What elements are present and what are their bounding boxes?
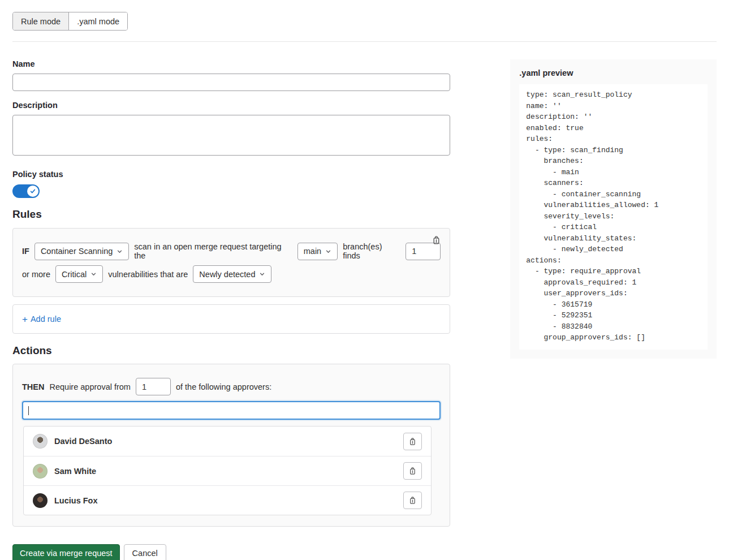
- create-via-merge-request-button[interactable]: Create via merge request: [12, 544, 120, 560]
- remove-approver-button[interactable]: [403, 433, 422, 450]
- scan-text: scan in an open merge request targeting …: [134, 242, 292, 260]
- description-label: Description: [12, 101, 450, 110]
- vulnerabilities-text: vulnerabilities that are: [108, 270, 188, 279]
- rule-row-2: or more Critical vulnerabilities that ar…: [22, 265, 441, 283]
- trash-icon: [408, 437, 417, 446]
- approvers-text: of the following approvers:: [176, 382, 271, 391]
- toggle-thumb: [27, 186, 38, 197]
- branch-select[interactable]: main: [297, 243, 338, 260]
- main-content: Name Description Policy status Rules: [0, 59, 729, 527]
- cancel-button[interactable]: Cancel: [124, 544, 166, 560]
- approvals-required-input[interactable]: [136, 378, 171, 395]
- approver-name: David DeSanto: [54, 437, 112, 446]
- check-icon: [29, 188, 36, 195]
- chevron-down-icon: [325, 248, 331, 255]
- chevron-down-icon: [117, 248, 123, 255]
- approver-row: David DeSanto: [24, 427, 431, 456]
- mode-tabs-bar: Rule mode .yaml mode: [0, 0, 729, 31]
- trash-icon: [408, 467, 417, 475]
- chevron-down-icon: [259, 271, 265, 277]
- rule-row-1: IF Container Scanning scan in an open me…: [22, 242, 441, 260]
- severity-select[interactable]: Critical: [55, 265, 103, 283]
- then-keyword: THEN: [22, 382, 44, 391]
- rule-card: IF Container Scanning scan in an open me…: [12, 228, 450, 297]
- scanner-select[interactable]: Container Scanning: [34, 243, 129, 260]
- if-keyword: IF: [22, 247, 29, 256]
- approver-row: Sam White: [24, 456, 431, 485]
- policy-status-toggle[interactable]: [12, 184, 40, 198]
- severity-select-value: Critical: [62, 270, 87, 279]
- trash-icon: [408, 496, 417, 505]
- policy-form: Name Description Policy status Rules: [12, 59, 450, 527]
- remove-approver-button[interactable]: [403, 492, 422, 509]
- require-approval-text: Require approval from: [49, 382, 130, 391]
- avatar: [33, 434, 48, 449]
- mode-segmented-control: Rule mode .yaml mode: [12, 12, 128, 31]
- branch-select-value: main: [304, 247, 321, 256]
- policy-editor-page: Rule mode .yaml mode Name Description Po…: [0, 0, 729, 560]
- approver-search-input[interactable]: [22, 401, 441, 420]
- approver-list: David DeSanto: [23, 426, 432, 515]
- chevron-down-icon: [90, 271, 97, 277]
- trash-icon: [432, 235, 441, 245]
- rules-heading: Rules: [12, 208, 450, 221]
- avatar: [33, 464, 48, 479]
- add-rule-button[interactable]: + Add rule: [22, 315, 61, 324]
- approver-row: Lucius Fox: [24, 485, 431, 515]
- delete-rule-button[interactable]: [430, 234, 442, 246]
- add-rule-label: Add rule: [31, 315, 61, 324]
- then-row: THEN Require approval from of the follow…: [22, 378, 441, 395]
- tab-rule-mode[interactable]: Rule mode: [13, 12, 69, 30]
- approver-name: Sam White: [54, 467, 96, 476]
- text-cursor: [28, 406, 29, 415]
- approver-name: Lucius Fox: [54, 496, 98, 505]
- vulnerability-state-value: Newly detected: [199, 270, 255, 279]
- yaml-preview-panel: .yaml preview type: scan_result_policy n…: [510, 59, 717, 359]
- form-footer: Create via merge request Cancel: [0, 544, 729, 560]
- yaml-preview-heading: .yaml preview: [519, 68, 708, 77]
- plus-icon: +: [22, 315, 28, 324]
- actions-heading: Actions: [12, 344, 450, 357]
- remove-approver-button[interactable]: [403, 462, 422, 480]
- yaml-preview-code: type: scan_result_policy name: '' descri…: [519, 84, 708, 350]
- or-more-text: or more: [22, 270, 50, 279]
- scanner-select-value: Container Scanning: [41, 247, 113, 256]
- description-input[interactable]: [12, 115, 450, 156]
- vulnerability-state-select[interactable]: Newly detected: [193, 265, 271, 283]
- header-divider: [12, 41, 717, 42]
- action-card: THEN Require approval from of the follow…: [12, 364, 450, 527]
- tab-yaml-mode[interactable]: .yaml mode: [69, 12, 127, 30]
- avatar: [33, 493, 48, 508]
- name-input[interactable]: [12, 74, 450, 91]
- name-label: Name: [12, 59, 450, 68]
- policy-status-label: Policy status: [12, 170, 450, 179]
- branches-text: branch(es) finds: [343, 242, 400, 260]
- add-rule-card: + Add rule: [12, 304, 450, 334]
